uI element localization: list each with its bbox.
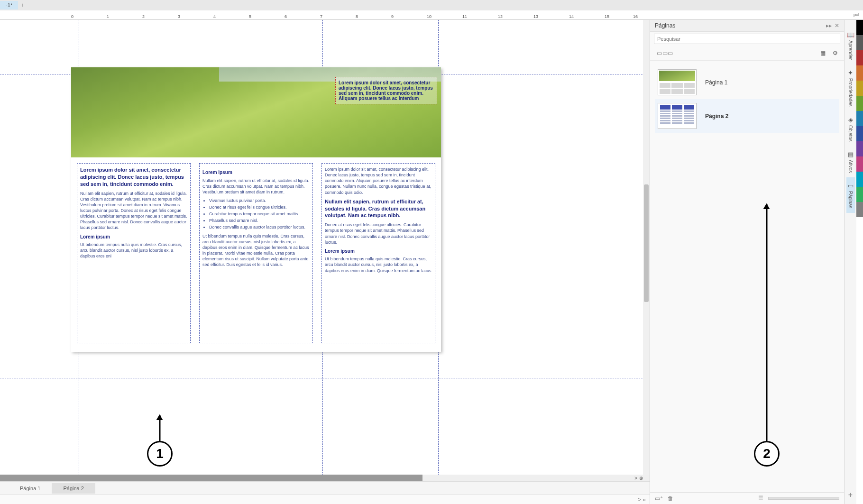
page-list-item-1[interactable]: Página 1 — [655, 65, 839, 99]
color-swatch[interactable] — [856, 81, 863, 96]
hero-image[interactable]: Lorem ipsum dolor sit amet, consectetur … — [71, 67, 441, 157]
tab-ativos[interactable]: ▤Ativos — [846, 146, 855, 177]
annotation-number: 2 — [754, 441, 780, 467]
page-list-item-2[interactable]: Página 2 — [655, 99, 839, 133]
horizontal-ruler: 0 1 2 3 4 5 6 7 8 9 10 11 12 13 14 15 16… — [0, 10, 863, 20]
color-swatch[interactable] — [856, 50, 863, 65]
page-thumbnail — [658, 69, 697, 95]
color-swatch[interactable] — [856, 35, 863, 50]
annotation-1: 1 — [147, 441, 173, 467]
tab-propriedades[interactable]: ✦Propriedades — [846, 64, 854, 111]
color-swatch[interactable] — [856, 156, 863, 172]
color-swatch[interactable] — [856, 141, 863, 156]
ruler-mark: 10 — [427, 14, 432, 19]
color-swatch[interactable] — [856, 20, 863, 35]
color-swatch[interactable] — [856, 111, 863, 126]
delete-page-icon[interactable]: 🗑 — [668, 495, 673, 502]
guideline-h[interactable] — [0, 378, 650, 378]
objects-icon: ◈ — [848, 116, 853, 123]
subheading: Lorem ipsum — [80, 234, 187, 240]
ruler-mark: 3 — [178, 14, 180, 19]
document-tab[interactable]: -1* — [0, 1, 18, 9]
annotation-2: 2 — [754, 441, 780, 467]
facing-pages-icon[interactable]: ▭▭ — [663, 49, 672, 57]
color-swatch[interactable] — [856, 172, 863, 187]
ruler-mark: 8 — [356, 14, 358, 19]
paragraph: Ut bibendum tempus nulla quis molestie. … — [80, 242, 187, 259]
panel-title: Páginas — [655, 22, 675, 29]
grid-view-icon[interactable]: ▦ — [818, 49, 827, 57]
new-page-icon[interactable]: ▭⁺ — [655, 495, 663, 502]
ruler-mark: 4 — [213, 14, 216, 19]
color-swatch[interactable] — [856, 96, 863, 111]
chevron-right-icon[interactable]: > — [638, 496, 641, 503]
add-docker-icon[interactable]: + — [848, 491, 853, 499]
ruler-mark: 0 — [71, 14, 73, 19]
search-input[interactable] — [654, 34, 840, 44]
color-swatch[interactable] — [856, 126, 863, 141]
vertical-scrollbar[interactable] — [643, 20, 650, 490]
thumbnail-size-slider[interactable] — [768, 497, 839, 500]
tab-aprender[interactable]: 📖Aprender — [845, 27, 856, 64]
ruler-mark: 2 — [142, 14, 145, 19]
page-thumbnail — [658, 103, 697, 129]
text-frame-col2[interactable]: Lorem ipsum Nullam elit sapien, rutrum u… — [199, 163, 313, 343]
page-label: Página 2 — [705, 113, 728, 119]
list-item: Donec convallis augue auctor lacus portt… — [209, 224, 310, 230]
ruler-mark: 15 — [605, 14, 609, 19]
page-tab-1[interactable]: Página 1 — [9, 483, 52, 494]
ruler-mark: 6 — [285, 14, 287, 19]
paragraph: Nullam elit sapien, rutrum ut efficitur … — [202, 178, 310, 195]
add-document-tab[interactable]: + — [18, 2, 28, 9]
collapse-icon[interactable]: ▸▸ — [826, 22, 832, 29]
text-frame-col1[interactable]: Lorem ipsum dolor sit amet, consectetur … — [77, 163, 191, 343]
text-frame-col3[interactable]: Lorem ipsum dolor sit amet, consectetur … — [321, 163, 435, 343]
ruler-mark: 9 — [391, 14, 394, 19]
document-tabs: -1* + — [0, 0, 863, 10]
document-page[interactable]: Lorem ipsum dolor sit amet, consectetur … — [71, 67, 441, 352]
heading: Nullam elit sapien, rutrum ut efficitur … — [325, 198, 432, 220]
pages-panel: Páginas ▸▸ ✕ ▭ ▭▭ ▦ ⚙ Pág — [650, 20, 844, 504]
list-item: Vivamus luctus pulvinar porta. — [209, 198, 310, 203]
annotation-number: 1 — [147, 441, 173, 467]
page-label: Página 1 — [705, 79, 727, 86]
paragraph: Nullam elit sapien, rutrum ut efficitur … — [80, 191, 187, 231]
panel-footer: ▭⁺ 🗑 ☰ — [650, 492, 844, 504]
panel-header: Páginas ▸▸ ✕ — [650, 20, 844, 32]
page-tab-2[interactable]: Página 2 — [52, 483, 95, 494]
horizontal-scrollbar-thumb[interactable] — [0, 475, 422, 481]
heading: Lorem ipsum dolor sit amet, consectetur … — [80, 166, 187, 188]
assets-icon: ▤ — [848, 151, 854, 158]
docker-tabs: 📖Aprender ✦Propriedades ◈Objetos ▤Ativos… — [844, 20, 856, 504]
image-caption-frame[interactable]: Lorem ipsum dolor sit amet, consectetur … — [335, 77, 437, 104]
ruler-mark: 16 — [633, 14, 638, 19]
ruler-mark: 7 — [320, 14, 322, 19]
ruler-mark: 5 — [249, 14, 251, 19]
panel-search — [650, 32, 844, 46]
more-icon[interactable]: » — [643, 496, 646, 503]
paragraph: Donec at risus eget felis congue ultrici… — [325, 222, 432, 245]
list: Vivamus luctus pulvinar porta. Donec at … — [202, 198, 310, 230]
color-swatch[interactable] — [856, 202, 863, 217]
color-swatch[interactable] — [856, 187, 863, 202]
canvas[interactable]: Lorem ipsum dolor sit amet, consectetur … — [0, 20, 650, 504]
ruler-mark: 1 — [107, 14, 109, 19]
zoom-icon[interactable]: ⊕ — [639, 476, 643, 481]
pages-icon: ▭ — [848, 182, 854, 189]
book-icon: 📖 — [847, 31, 854, 38]
page-navigator: Página 1 Página 2 — [0, 481, 650, 495]
panel-toolbar: ▭ ▭▭ ▦ ⚙ — [650, 46, 844, 61]
page-list: Página 1 Página 2 — [650, 61, 844, 492]
tab-paginas[interactable]: ▭Páginas — [846, 177, 855, 213]
ruler-mark: 14 — [569, 14, 574, 19]
status-bar: > » — [0, 495, 650, 504]
color-swatch[interactable] — [856, 65, 863, 81]
paragraph: Ut bibendum tempus nulla quis molestie. … — [202, 233, 310, 268]
tab-objetos[interactable]: ◈Objetos — [846, 111, 854, 146]
chevron-right-icon[interactable]: > — [634, 476, 637, 481]
subheading: Lorem ipsum — [202, 169, 310, 176]
list-options-icon[interactable]: ☰ — [758, 495, 763, 502]
close-icon[interactable]: ✕ — [835, 22, 839, 29]
settings-icon[interactable]: ⚙ — [831, 49, 839, 57]
ruler-mark: 12 — [498, 14, 503, 19]
